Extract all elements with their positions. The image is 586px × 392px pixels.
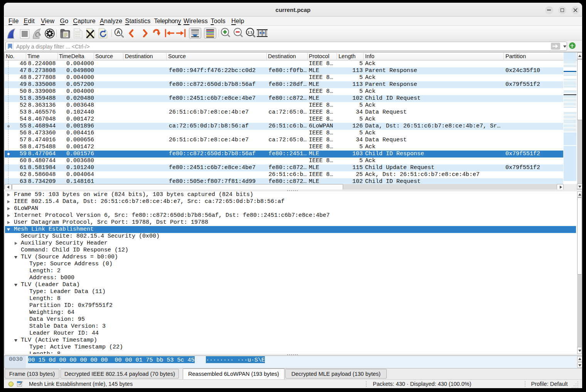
svg-text:1:1: 1:1 xyxy=(248,30,253,34)
svg-text:0111: 0111 xyxy=(75,35,81,38)
svg-text:A: A xyxy=(116,29,120,35)
